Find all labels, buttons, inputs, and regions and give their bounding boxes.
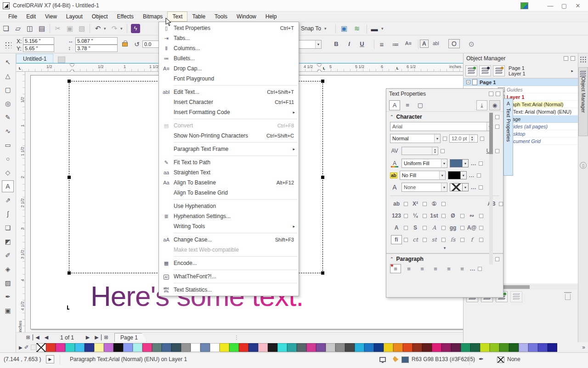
expand-icon[interactable]: − [466,80,470,84]
align-none-button[interactable]: ≡ [390,264,401,273]
character-section-header[interactable]: ⌃ Character [386,112,503,122]
opentype-checkbox[interactable] [423,214,427,218]
color-swatch-6[interactable] [104,343,113,352]
previous-page-icon[interactable]: ◀ [42,334,51,340]
menu-item-columns[interactable]: ⫴Columns... [159,43,299,53]
connector-tool-icon[interactable]: ʃ [2,208,14,220]
edit-across-layers-button[interactable] [479,65,491,76]
selection-handle-nw[interactable] [68,80,71,83]
outline-type-combo[interactable]: None ▾ [401,183,447,192]
transparency-tool-icon[interactable]: ◩ [2,236,14,247]
collapsed-docker-icon[interactable]: ▯ [580,162,587,169]
text-properties-side-tab[interactable]: A Text Properties [503,98,513,176]
dimension-tool-icon[interactable]: ⇗ [2,194,14,206]
paragraph-section-header[interactable]: ⌃ Paragraph [386,254,503,264]
opentype-checkbox[interactable] [441,214,446,218]
import-properties-icon[interactable]: ⤓ [476,100,487,110]
crop-tool-icon[interactable]: ▢ [2,84,14,96]
color-swatch-13[interactable] [171,343,181,352]
redo-dropdown-icon[interactable]: ▾ [120,26,125,31]
outline-settings-button[interactable]: ... [471,184,476,190]
expand-section-icon[interactable]: ▾ [386,246,503,252]
opentype-button-st[interactable]: st [429,235,440,244]
color-swatch-49[interactable] [519,343,528,352]
frame-tab-icon[interactable]: ▢ [415,100,426,110]
opentype-checkbox[interactable] [441,202,446,206]
menu-item-align-to-baseline-grid[interactable]: Align To Baseline Grid [159,188,299,198]
tree-row-page-1[interactable]: −Page 1 [464,79,578,86]
menu-item-text-statistics[interactable]: abc#%Text Statistics... [159,285,299,295]
menu-item-insert-character[interactable]: Insert CharacterCtrl+F11 [159,97,299,107]
color-swatch-1[interactable] [56,343,65,352]
character-formatting-button[interactable]: A [420,40,429,48]
background-color-swatch[interactable]: ▾ [448,171,467,179]
page-tab[interactable]: Page 1 [114,333,147,342]
selection-handle-se[interactable] [321,271,324,275]
menubar-item-help[interactable]: Help [261,12,282,22]
menubar-item-layout[interactable]: Layout [62,12,87,22]
opentype-checkbox[interactable] [441,226,446,230]
layer-manager-view-button[interactable] [493,65,505,76]
object-width-field[interactable]: 5.087 " [75,37,118,45]
snap-to-button[interactable]: Snap To [301,25,321,32]
italic-button[interactable]: I [343,40,356,47]
color-swatch-41[interactable] [441,343,451,352]
selection-handle-ne[interactable] [321,80,324,83]
opentype-button-fi[interactable]: fi [391,235,402,244]
menubar-item-table[interactable]: Table [187,12,210,22]
color-swatch-28[interactable] [316,343,326,352]
redo-icon[interactable]: ↷ [108,24,120,33]
last-page-icon[interactable]: ▶ [92,334,102,340]
menu-item-align-to-baseline[interactable]: AaAlign To BaselineAlt+F12 [159,178,299,188]
document-tab[interactable]: Untitled-1 [16,54,53,63]
show-hide-properties-icon[interactable]: ◉ [489,100,500,110]
align-center-button[interactable]: ≡ [417,264,428,273]
color-swatch-4[interactable] [85,343,94,352]
color-swatch-40[interactable] [432,343,441,352]
edit-text-button[interactable]: abI [433,41,439,46]
menubar-item-file[interactable]: File [4,12,22,22]
opentype-checkbox[interactable] [499,202,503,206]
opentype-checkbox[interactable] [404,226,408,230]
y-position-field[interactable]: 5.65 " [23,45,54,52]
freehand-tool-icon[interactable]: ✎ [2,111,14,123]
color-swatch-42[interactable] [451,343,461,352]
outline-button[interactable]: O [448,39,460,48]
outline-color-swatch[interactable]: ▾ [450,183,469,191]
color-swatch-7[interactable] [113,343,123,352]
opentype-checkbox[interactable] [404,202,408,206]
opentype-button-[interactable]: ∾ [466,211,477,220]
opentype-button-x[interactable]: X² [410,199,421,208]
cut-icon[interactable]: ✂ [52,24,64,33]
add-page-icon2[interactable]: ⊞ [102,334,111,340]
color-swatch-21[interactable] [249,343,258,352]
color-swatch-31[interactable] [345,343,355,352]
font-style-combo[interactable]: Normal ▾ [390,134,441,143]
paragraph-tab-icon[interactable]: ≡ [402,100,413,110]
font-list-combo[interactable]: Arial ▾ [390,122,493,131]
menu-item-change-case[interactable]: aAChange Case...Shift+F3 [159,235,299,245]
opentype-button-a[interactable]: A [429,223,440,232]
background-fill-combo[interactable]: No Fill ▾ [400,171,446,180]
minimize-button[interactable]: — [547,2,554,9]
no-color-swatch[interactable] [36,343,46,352]
vertical-ruler[interactable]: 1/211 1/222 1/233 1/244 1/2 inches [16,72,25,332]
kerning-spinner[interactable]: ▲▼ [401,147,438,155]
opentype-checkbox[interactable] [479,214,483,218]
drop-cap-button[interactable]: A≡ [402,40,414,46]
align-left-button[interactable]: ≡ [403,264,414,273]
color-swatch-52[interactable] [548,343,557,352]
fill-color-swatch[interactable]: ▾ [450,159,469,167]
color-swatch-9[interactable] [133,343,142,352]
print-icon[interactable]: ▤ [36,24,48,33]
color-swatch-3[interactable] [75,343,85,352]
paste-icon[interactable]: ▧ [76,24,88,33]
menu-item-drop-cap[interactable]: A≡Drop Cap... [159,63,299,74]
align-full-button[interactable]: ≡ [443,264,454,273]
menu-item-bullets[interactable]: ≔Bullets... [159,53,299,63]
quick-customize-icon[interactable]: ⊙ [469,40,475,48]
drop-shadow-tool-icon[interactable]: ❏ [2,222,14,234]
font-size-spinner[interactable]: 12.0 pt ▲▼ [449,134,478,143]
outline-pen-tool-icon[interactable]: ✒ [2,291,14,303]
opentype-button-a[interactable]: A@ [466,223,477,232]
